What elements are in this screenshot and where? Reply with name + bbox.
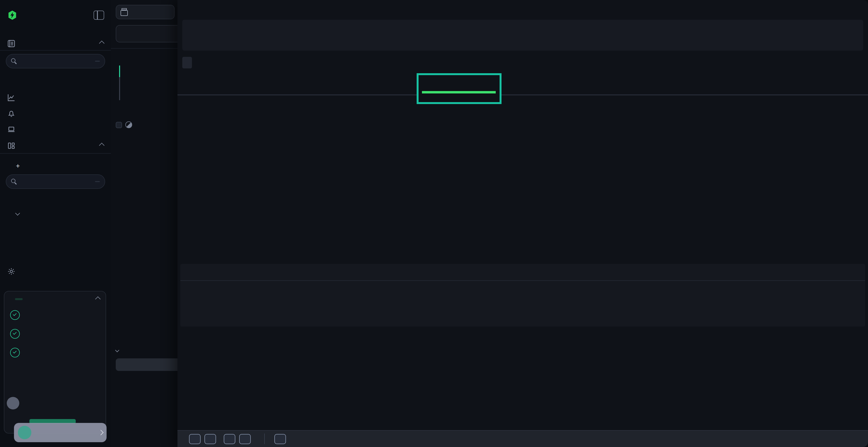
active-tab-underline (422, 91, 496, 94)
chevron-right-icon (98, 430, 104, 436)
get-started-progress-badge (15, 298, 23, 300)
brand-row (0, 9, 111, 21)
chart-explorer-icon (7, 93, 16, 101)
denoise-icon (125, 122, 132, 128)
sidebar-item-chart-explorer[interactable] (0, 92, 111, 103)
presets-toggle[interactable] (0, 209, 127, 217)
divider (0, 153, 111, 153)
show-more-button[interactable] (116, 346, 123, 354)
chevron-up-icon[interactable] (99, 41, 105, 46)
search-filters-panel (111, 0, 178, 447)
esc-key[interactable] (274, 434, 286, 444)
pod-timeline-empty (180, 281, 865, 326)
search-icon (11, 58, 18, 64)
event-detail-drawer (178, 0, 868, 447)
user-menu[interactable] (14, 423, 106, 442)
dashboards-icon (7, 141, 16, 149)
avatar (18, 426, 31, 439)
divider (111, 48, 178, 49)
sidebar-item-kubernetes[interactable] (0, 243, 126, 252)
divider (0, 50, 111, 50)
j-key[interactable] (239, 434, 251, 444)
kbd-shortcut-badge (95, 181, 100, 182)
denoise-checkbox-row[interactable] (116, 121, 135, 129)
hyperdx-app: + (0, 0, 868, 447)
get-started-item[interactable] (10, 327, 100, 339)
more-filters-button[interactable] (116, 358, 178, 371)
sidebar-item-services[interactable] (0, 232, 126, 241)
sidebar-item-dashboards[interactable] (0, 140, 111, 151)
event-search-input[interactable] (116, 25, 178, 42)
sidebar-item-alerts[interactable] (0, 107, 111, 119)
chevron-up-icon[interactable] (99, 143, 105, 148)
chevron-up-icon (95, 297, 101, 302)
traces-source-icon (121, 10, 128, 16)
pod-section-header (180, 110, 187, 123)
help-button[interactable] (7, 397, 19, 409)
node-section-header (180, 325, 187, 338)
highlight-annotation-box (416, 73, 501, 104)
get-started-header[interactable] (10, 297, 100, 301)
chevron-down-icon (115, 348, 119, 352)
arrow-left-key[interactable] (189, 434, 200, 444)
tab-divider (178, 94, 416, 95)
sidebar-item-search[interactable] (0, 38, 111, 49)
plus-icon: + (16, 162, 20, 170)
sidebar-item-team-settings[interactable] (0, 265, 111, 277)
kbd-shortcut-badge (95, 61, 100, 62)
arrow-right-key[interactable] (205, 434, 216, 444)
search-section-icon (7, 39, 16, 47)
get-started-card (4, 291, 106, 434)
sidebar-item-clickhouse[interactable] (0, 220, 126, 230)
k-key[interactable] (224, 434, 235, 444)
footer-separator (264, 434, 265, 444)
get-started-item[interactable] (10, 346, 100, 357)
drawer-footer-bar (178, 430, 868, 447)
sidebar-collapse-icon[interactable] (94, 10, 104, 20)
chevron-down-icon (15, 210, 20, 215)
laptop-icon (7, 125, 16, 133)
analysis-mode-rail (119, 66, 120, 100)
hyperdx-logo-icon (7, 10, 18, 20)
pod-timeline-card (180, 264, 865, 326)
get-started-item[interactable] (10, 308, 100, 320)
bell-icon (7, 109, 16, 117)
service-name-chip[interactable] (182, 57, 192, 68)
tab-divider (501, 94, 868, 95)
check-circle-icon (10, 348, 20, 357)
create-dashboard-button[interactable]: + (0, 160, 127, 171)
span-name-card (182, 20, 863, 50)
saved-searches-input[interactable] (6, 54, 105, 68)
saved-dashboards-input[interactable] (6, 174, 105, 189)
sidebar: + (0, 0, 112, 447)
check-circle-icon (10, 310, 20, 320)
source-select[interactable] (116, 5, 175, 19)
pod-timeline-title (180, 264, 865, 281)
sidebar-item-client-sessions[interactable] (0, 123, 111, 135)
check-circle-icon (10, 329, 20, 339)
gear-icon (7, 267, 16, 275)
checkbox[interactable] (116, 122, 122, 128)
search-icon (11, 178, 18, 185)
